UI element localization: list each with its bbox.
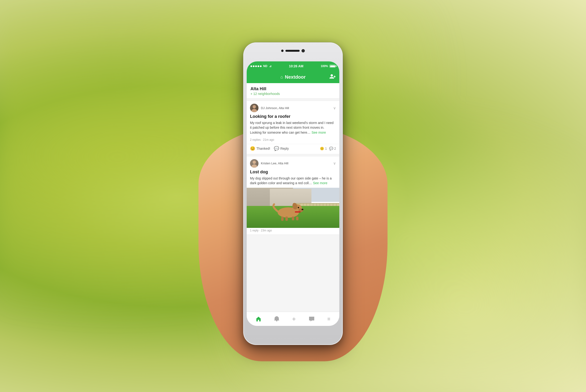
- status-right: 100%: [321, 64, 336, 68]
- scene: ND ⊿ 10:26 AM 100%: [187, 31, 399, 361]
- smiley-icon: 😊: [250, 146, 255, 151]
- svg-rect-11: [285, 216, 288, 221]
- post-header-2: Kristen Lee, Alta Hill ∨: [247, 156, 339, 170]
- screen-inner: ND ⊿ 10:26 AM 100%: [247, 62, 339, 326]
- reply-button[interactable]: 💬 Reply: [274, 146, 289, 151]
- battery-bar: [329, 65, 336, 68]
- front-camera-icon: [281, 50, 284, 52]
- location-sub: + 12 neighborhoods: [250, 92, 336, 96]
- app-title: Nextdoor: [285, 74, 306, 80]
- tab-menu[interactable]: ≡: [324, 314, 333, 324]
- tab-bar: + ≡: [247, 312, 339, 326]
- post-header-1: DJ Johnson, Alta Hill ∨: [247, 101, 339, 114]
- battery: [329, 65, 336, 68]
- reply-label: Reply: [280, 147, 289, 150]
- tab-notifications[interactable]: [271, 314, 282, 324]
- phone-screen: ND ⊿ 10:26 AM 100%: [247, 62, 339, 326]
- svg-point-8: [302, 209, 303, 210]
- tab-messages[interactable]: [306, 314, 318, 324]
- signal-dot-3: [255, 66, 257, 67]
- comment-number: 2: [334, 147, 336, 150]
- see-more-1[interactable]: See more: [312, 130, 326, 134]
- status-left: ND ⊿: [250, 64, 272, 68]
- add-friend-button[interactable]: [329, 74, 336, 80]
- dog-image: [269, 197, 307, 221]
- location-header: Alta Hill + 12 neighborhoods: [247, 83, 339, 99]
- thank-button[interactable]: 😊 Thanked!: [250, 146, 270, 151]
- post-body-2: Lost dog My dog slipped out through our …: [247, 170, 339, 188]
- status-time: 10:26 AM: [289, 64, 303, 68]
- reaction-number: 1: [325, 147, 327, 150]
- phone-shell: ND ⊿ 10:26 AM 100%: [243, 42, 343, 345]
- tab-home[interactable]: [253, 314, 264, 324]
- svg-point-0: [331, 74, 333, 77]
- battery-fill: [330, 66, 335, 67]
- house-icon: ⌂: [280, 74, 283, 80]
- post-meta-2: 1 reply · 23m ago: [247, 228, 339, 234]
- post-meta-1: 2 replies · 21m ago: [247, 137, 339, 144]
- post-image-2[interactable]: [247, 188, 339, 228]
- reaction-count: 🙂 1: [320, 147, 327, 150]
- signal-dot-1: [250, 66, 252, 67]
- status-bar: ND ⊿ 10:26 AM 100%: [247, 62, 339, 71]
- nav-title: ⌂ Nextdoor: [280, 74, 306, 80]
- signal-dots: [250, 66, 262, 67]
- avatar-dj: [250, 104, 259, 112]
- carrier-label: ND: [263, 64, 267, 68]
- signal-dot-2: [253, 66, 255, 67]
- comment-count: 💬 2: [329, 147, 336, 150]
- reply-icon: 💬: [274, 146, 279, 151]
- camera-icon: [302, 49, 305, 52]
- thank-label: Thanked!: [256, 147, 270, 150]
- nav-header: ⌂ Nextdoor: [247, 71, 339, 83]
- post-body-1: Looking for a roofer My roof sprung a le…: [247, 114, 339, 137]
- comment-count-icon: 💬: [329, 147, 333, 150]
- smiley-count-icon: 🙂: [320, 147, 324, 150]
- see-more-2[interactable]: See more: [313, 181, 327, 185]
- post-card-1: DJ Johnson, Alta Hill ∨ Looking for a ro…: [247, 100, 339, 154]
- post-card-2: Kristen Lee, Alta Hill ∨ Lost dog My dog…: [247, 156, 339, 235]
- battery-percent: 100%: [321, 64, 328, 68]
- scrollable-content: Alta Hill + 12 neighborhoods DJ Johnson,…: [247, 83, 339, 312]
- post-author-1: DJ Johnson, Alta Hill: [261, 106, 331, 110]
- post-author-2: Kristen Lee, Alta Hill: [261, 162, 331, 165]
- chevron-down-icon-1[interactable]: ∨: [333, 106, 336, 110]
- svg-rect-10: [281, 216, 284, 221]
- speaker: [285, 50, 300, 52]
- tab-compose[interactable]: +: [289, 313, 299, 325]
- location-name: Alta Hill: [250, 86, 336, 92]
- post-title-1[interactable]: Looking for a roofer: [250, 114, 336, 119]
- svg-point-7: [298, 207, 299, 208]
- avatar-kl: [250, 159, 259, 168]
- signal-dot-4: [258, 66, 259, 67]
- reaction-counts-1: 🙂 1 💬 2: [320, 147, 336, 150]
- chevron-down-icon-2[interactable]: ∨: [333, 161, 336, 166]
- post-title-2[interactable]: Lost dog: [250, 170, 336, 174]
- wifi-icon: ⊿: [269, 64, 272, 68]
- signal-dot-5: [260, 66, 262, 67]
- svg-rect-13: [296, 216, 298, 220]
- svg-rect-12: [292, 216, 294, 220]
- post-actions-1: 😊 Thanked! 💬 Reply 🙂: [247, 144, 339, 154]
- svg-rect-9: [295, 211, 301, 212]
- phone-notch: [281, 49, 305, 52]
